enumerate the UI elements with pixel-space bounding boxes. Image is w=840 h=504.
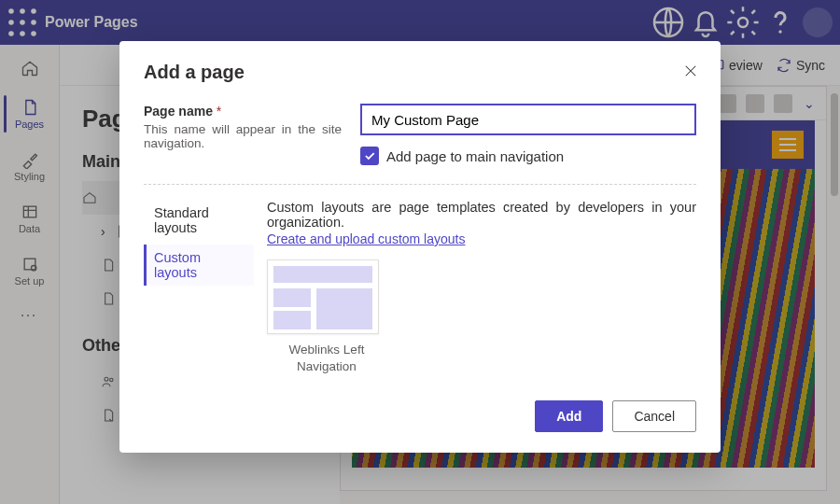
close-button[interactable] [678,58,704,84]
create-custom-layouts-link[interactable]: Create and upload custom layouts [267,231,465,246]
page-name-help: This name will appear in the site naviga… [144,122,342,150]
required-indicator: * [217,104,221,119]
modal-overlay: Add a page Page name * This name will ap… [0,0,840,504]
add-to-nav-checkbox[interactable] [360,147,379,165]
layout-thumbnail [267,259,379,334]
tab-custom-layouts[interactable]: Custom layouts [144,245,254,286]
page-name-label: Page name [144,104,213,119]
layout-caption: Weblinks Left Navigation [267,342,386,374]
add-button[interactable]: Add [535,400,603,432]
dialog-title: Add a page [144,62,696,83]
tab-standard-layouts[interactable]: Standard layouts [144,200,254,241]
add-page-dialog: Add a page Page name * This name will ap… [119,41,721,453]
divider [144,184,696,185]
add-to-nav-label: Add page to main navigation [386,148,564,164]
layout-option-weblinks-left-nav[interactable]: Weblinks Left Navigation [267,259,386,374]
cancel-button[interactable]: Cancel [612,400,696,432]
layout-tabs: Standard layouts Custom layouts [144,200,254,374]
page-name-field[interactable] [360,104,696,135]
custom-layouts-description: Custom layouts are page templates create… [267,200,696,230]
